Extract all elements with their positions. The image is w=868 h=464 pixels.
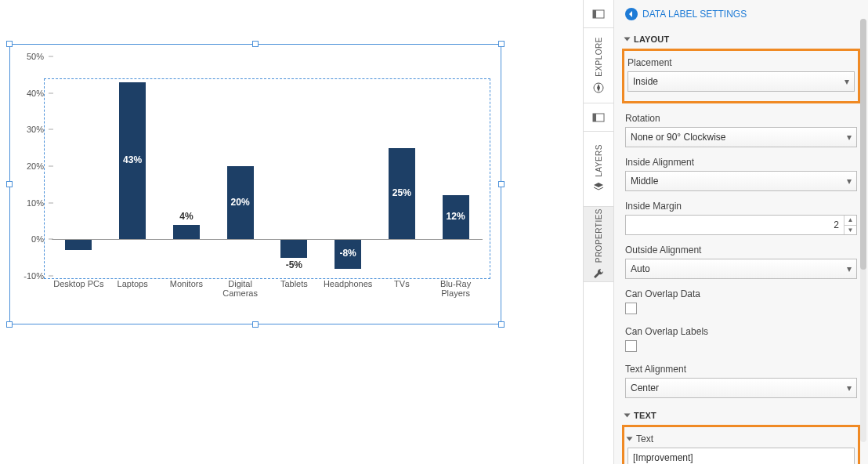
scrollbar-thumb[interactable] bbox=[860, 19, 866, 270]
x-category-label: Tablets bbox=[266, 279, 321, 288]
y-tick-mark bbox=[49, 92, 53, 93]
x-axis bbox=[52, 239, 483, 240]
select-value: Middle bbox=[631, 176, 658, 187]
overlap-labels-checkbox[interactable] bbox=[625, 340, 637, 352]
x-category-label: Laptops bbox=[105, 279, 160, 288]
x-category-label: Desktop PCs bbox=[51, 279, 106, 288]
chart-selection-frame[interactable]: Desktop PCs43%Laptops4%Monitors20%Digita… bbox=[9, 44, 501, 324]
bar-data-label: 20% bbox=[221, 197, 260, 208]
inside-margin-input[interactable]: 2 ▲▼ bbox=[625, 215, 857, 235]
resize-handle[interactable] bbox=[6, 41, 13, 47]
svg-rect-4 bbox=[593, 114, 596, 121]
back-arrow-icon bbox=[625, 8, 638, 20]
placement-label: Placement bbox=[627, 57, 855, 71]
bar-data-label: 25% bbox=[382, 187, 421, 198]
inside-align-label: Inside Alignment bbox=[625, 157, 857, 171]
select-value: Inside bbox=[633, 76, 658, 87]
bar-data-label: -8% bbox=[328, 248, 367, 259]
bar-data-label: 43% bbox=[113, 154, 152, 165]
chevron-down-icon: ▾ bbox=[847, 132, 852, 143]
inside-margin-label: Inside Margin bbox=[625, 201, 857, 215]
text-input[interactable]: [Improvement] bbox=[627, 448, 855, 464]
placement-select[interactable]: Inside ▾ bbox=[627, 71, 855, 92]
bar[interactable] bbox=[280, 239, 307, 257]
rotation-label: Rotation bbox=[625, 113, 857, 127]
outside-align-label: Outside Alignment bbox=[625, 245, 857, 259]
x-category-label: TVs bbox=[374, 279, 429, 288]
section-title: TEXT bbox=[634, 411, 656, 420]
back-data-label-settings[interactable]: DATA LABEL SETTINGS bbox=[614, 0, 868, 28]
inside-align-select[interactable]: Middle ▾ bbox=[625, 171, 857, 191]
chevron-down-icon bbox=[624, 414, 631, 418]
collapse-toggle-2[interactable] bbox=[584, 103, 613, 132]
resize-handle[interactable] bbox=[6, 321, 13, 328]
panel-icon bbox=[592, 111, 605, 124]
y-tick-label: 40% bbox=[9, 89, 44, 98]
y-tick-label: 50% bbox=[9, 52, 44, 61]
chevron-down-icon: ▾ bbox=[847, 382, 852, 393]
chevron-down-icon: ▾ bbox=[847, 263, 852, 274]
resize-handle[interactable] bbox=[252, 321, 259, 328]
tab-explore[interactable]: EXPLORE bbox=[584, 28, 613, 103]
outside-align-select[interactable]: Auto ▾ bbox=[625, 259, 857, 279]
tab-layers[interactable]: LAYERS bbox=[584, 132, 613, 207]
bar[interactable] bbox=[173, 225, 200, 240]
highlight-text: Text [Improvement] bbox=[622, 425, 860, 464]
text-field-label: Text bbox=[636, 433, 653, 444]
x-category-label: Monitors bbox=[159, 279, 214, 288]
tab-label: EXPLORE bbox=[595, 37, 603, 77]
panel-icon bbox=[592, 8, 605, 20]
spin-up-icon[interactable]: ▲ bbox=[844, 216, 856, 226]
bar-data-label: 12% bbox=[436, 211, 476, 222]
bar-data-label: -5% bbox=[274, 259, 313, 270]
resize-handle[interactable] bbox=[252, 41, 259, 47]
tab-label: LAYERS bbox=[595, 144, 603, 177]
resize-handle[interactable] bbox=[498, 321, 505, 328]
bar-chart[interactable]: Desktop PCs43%Laptops4%Monitors20%Digita… bbox=[52, 56, 483, 276]
compass-icon bbox=[592, 82, 605, 94]
y-tick-mark bbox=[49, 166, 53, 167]
resize-handle[interactable] bbox=[6, 181, 13, 187]
chevron-down-icon bbox=[627, 437, 633, 441]
chevron-down-icon: ▾ bbox=[844, 76, 849, 87]
x-category-label: Blu-Ray Players bbox=[429, 279, 483, 298]
y-tick-label: 10% bbox=[9, 198, 44, 208]
y-tick-mark bbox=[49, 129, 53, 130]
rotation-select[interactable]: None or 90° Clockwise ▾ bbox=[625, 127, 857, 147]
bar-data-label: 4% bbox=[167, 211, 206, 222]
x-category-label: Digital Cameras bbox=[213, 279, 268, 298]
y-tick-label: 20% bbox=[9, 161, 44, 171]
side-tabstrip: EXPLORE LAYERS PROPERTIES bbox=[583, 0, 614, 464]
spinner[interactable]: ▲▼ bbox=[844, 216, 856, 234]
resize-handle[interactable] bbox=[498, 181, 505, 187]
spin-down-icon[interactable]: ▼ bbox=[844, 226, 856, 235]
collapse-toggle[interactable] bbox=[584, 0, 613, 28]
chevron-down-icon: ▾ bbox=[847, 176, 852, 187]
y-tick-label: 30% bbox=[9, 125, 44, 134]
input-value: 2 bbox=[631, 219, 844, 230]
layers-icon bbox=[592, 181, 605, 194]
properties-panel: DATA LABEL SETTINGS LAYOUT Placement Ins… bbox=[614, 0, 868, 464]
section-layout[interactable]: LAYOUT bbox=[625, 28, 857, 47]
section-title: LAYOUT bbox=[634, 34, 669, 44]
select-value: None or 90° Clockwise bbox=[631, 132, 726, 143]
highlight-placement: Placement Inside ▾ bbox=[622, 49, 860, 103]
select-value: Center bbox=[631, 382, 659, 393]
resize-handle[interactable] bbox=[498, 41, 505, 47]
back-label: DATA LABEL SETTINGS bbox=[642, 9, 747, 20]
bar[interactable] bbox=[65, 239, 92, 250]
svg-rect-1 bbox=[593, 10, 596, 18]
select-value: Auto bbox=[631, 263, 650, 274]
section-text[interactable]: TEXT bbox=[625, 404, 857, 423]
wrench-icon bbox=[592, 267, 605, 280]
text-align-select[interactable]: Center ▾ bbox=[625, 378, 857, 398]
x-category-label: Headphones bbox=[320, 279, 375, 288]
input-value: [Improvement] bbox=[633, 452, 693, 463]
overlap-data-label: Can Overlap Data bbox=[625, 288, 857, 303]
y-tick-mark bbox=[49, 276, 53, 277]
y-tick-mark bbox=[49, 239, 53, 240]
overlap-data-checkbox[interactable] bbox=[625, 303, 637, 314]
y-tick-mark bbox=[49, 202, 53, 203]
tab-properties[interactable]: PROPERTIES bbox=[584, 207, 613, 282]
text-subsection[interactable]: Text bbox=[627, 430, 855, 448]
